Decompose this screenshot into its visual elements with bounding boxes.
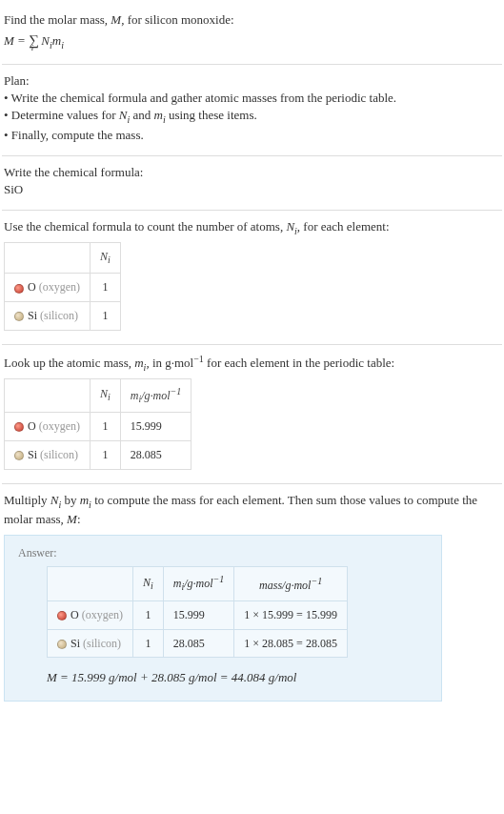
sigma-sub: i	[31, 43, 34, 52]
calc-cell: 1 × 28.085 = 28.085	[234, 629, 348, 658]
elem-cell: O (oxygen)	[48, 600, 133, 629]
th-mass: mass/g·mol−1	[234, 567, 348, 600]
th-mi: mi/g·mol−1	[120, 378, 192, 412]
plan-section: Plan: • Write the chemical formula and g…	[2, 65, 502, 156]
n-cell: 1	[133, 629, 164, 658]
sigma-icon: ∑	[29, 32, 39, 48]
mass-heading: Look up the atomic mass, mi, in g·mol−1 …	[4, 353, 500, 375]
m-cell: 15.999	[163, 600, 234, 629]
element-dot-icon	[14, 422, 24, 432]
table-header-row: Ni mi/g·mol−1	[5, 378, 192, 412]
answer-label: Answer:	[18, 545, 428, 561]
th-Ni: Ni	[133, 567, 164, 600]
table-row: O (oxygen) 1 15.999	[5, 413, 192, 441]
formula-section: Write the chemical formula: SiO	[2, 156, 502, 211]
mass-table: Ni mi/g·mol−1 O (oxygen) 1 15.999 Si (si…	[4, 378, 192, 470]
eq-mi: mi	[52, 33, 64, 48]
var-M: M	[111, 12, 121, 27]
formula-heading: Write the chemical formula:	[4, 164, 500, 181]
intro-text: Find the molar mass, M, for silicon mono…	[4, 11, 500, 29]
count-table: Ni O (oxygen) 1 Si (silicon) 1	[4, 242, 121, 331]
th-blank	[48, 567, 133, 600]
n-cell: 1	[91, 413, 121, 441]
n-cell: 1	[91, 274, 121, 302]
intro-line1a: Find the molar mass,	[4, 12, 111, 27]
element-dot-icon	[14, 451, 24, 460]
th-blank	[5, 242, 91, 273]
table-header-row: Ni	[5, 242, 121, 273]
final-section: Multiply Ni by mi to compute the mass fo…	[2, 484, 502, 713]
th-Ni: Ni	[91, 242, 121, 273]
answer-box: Answer: Ni mi/g·mol−1 mass/g·mol−1 O (ox…	[4, 535, 442, 702]
table-row: O (oxygen) 1	[5, 274, 121, 302]
elem-cell: Si (silicon)	[48, 629, 133, 658]
element-dot-icon	[14, 312, 24, 321]
elem-cell: Si (silicon)	[5, 441, 91, 470]
element-dot-icon	[57, 611, 67, 621]
mass-section: Look up the atomic mass, mi, in g·mol−1 …	[2, 345, 502, 484]
molar-mass-equation: M = ∑iNimi	[4, 31, 500, 52]
plan-b1: • Write the chemical formula and gather …	[4, 90, 500, 107]
th-blank	[5, 378, 91, 412]
final-result: M = 15.999 g/mol + 28.085 g/mol = 44.084…	[47, 669, 428, 686]
table-row: Si (silicon) 1 28.085	[5, 441, 192, 470]
n-cell: 1	[133, 600, 164, 629]
count-heading: Use the chemical formula to count the nu…	[4, 218, 500, 238]
eq-Ni: Ni	[41, 33, 51, 48]
table-row: Si (silicon) 1	[5, 302, 121, 331]
elem-cell: O (oxygen)	[5, 413, 91, 441]
n-cell: 1	[91, 441, 121, 470]
element-dot-icon	[57, 640, 67, 649]
table-row: O (oxygen) 1 15.999 1 × 15.999 = 15.999	[48, 600, 348, 629]
plan-b2: • Determine values for Ni and mi using t…	[4, 107, 500, 127]
chemical-formula: SiO	[4, 181, 500, 198]
m-cell: 28.085	[120, 441, 192, 470]
plan-b3: • Finally, compute the mass.	[4, 127, 500, 144]
plan-heading: Plan:	[4, 72, 500, 90]
elem-cell: Si (silicon)	[5, 302, 91, 331]
m-cell: 15.999	[120, 413, 192, 441]
calc-cell: 1 × 15.999 = 15.999	[234, 600, 348, 629]
answer-table: Ni mi/g·mol−1 mass/g·mol−1 O (oxygen) 1 …	[47, 566, 348, 658]
m-cell: 28.085	[163, 629, 234, 658]
intro-section: Find the molar mass, M, for silicon mono…	[2, 4, 502, 65]
table-row: Si (silicon) 1 28.085 1 × 28.085 = 28.08…	[48, 629, 348, 658]
final-heading: Multiply Ni by mi to compute the mass fo…	[4, 492, 500, 529]
element-dot-icon	[14, 284, 24, 294]
n-cell: 1	[91, 302, 121, 331]
count-section: Use the chemical formula to count the nu…	[2, 211, 502, 345]
intro-line1b: , for silicon monoxide:	[121, 12, 233, 27]
eq-lhs: M =	[4, 33, 29, 48]
th-mi: mi/g·mol−1	[163, 567, 234, 600]
elem-cell: O (oxygen)	[5, 274, 91, 302]
table-header-row: Ni mi/g·mol−1 mass/g·mol−1	[48, 567, 348, 600]
th-Ni: Ni	[91, 378, 121, 412]
